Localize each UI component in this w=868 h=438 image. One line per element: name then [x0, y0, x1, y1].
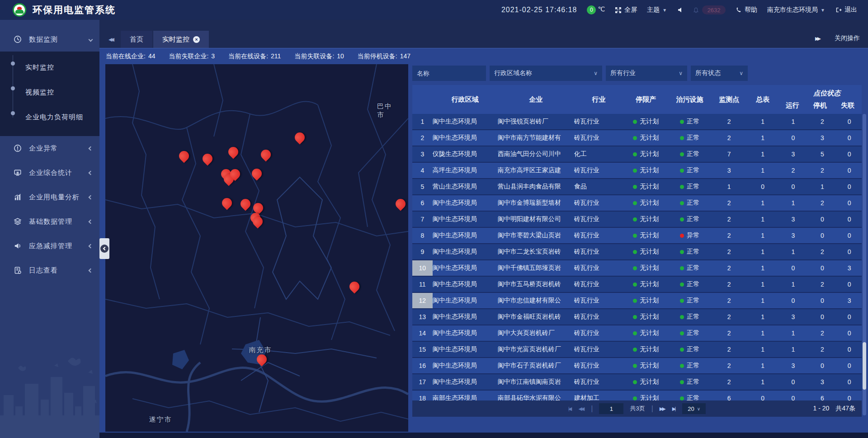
table-row[interactable]: 14阆中生态环境局阆中大兴页岩机砖厂砖瓦行业无计划正常21120	[412, 325, 862, 342]
row-index: 2	[412, 130, 433, 146]
help-button[interactable]: 帮助	[736, 6, 757, 14]
table-row[interactable]: 2阆中生态环境局阆中市南方节能建材有砖瓦行业无计划正常21030	[412, 130, 862, 146]
table-row[interactable]: 3仪陇生态环境局西南油气田分公司川中化工无计划正常71350	[412, 146, 862, 163]
sidebar-submenu: 实时监控视频监控企业电力负荷明细	[0, 52, 99, 136]
table-row[interactable]: 7阆中生态环境局阆中明阳建材有限公司砖瓦行业无计划正常21300	[412, 212, 862, 228]
table-row[interactable]: 9阆中生态环境局阆中市二龙长宝页岩砖砖瓦行业无计划正常21120	[412, 244, 862, 260]
cell-industry: 砖瓦行业	[574, 166, 599, 174]
caret-down-icon: ▼	[662, 8, 667, 13]
cell-region: 阆中生态环境局	[433, 297, 477, 304]
tabs-scroll-left-icon[interactable]: ◀◀	[108, 37, 113, 42]
industry-select[interactable]: 所有行业 ∨	[606, 66, 687, 81]
tab-realtime-monitor[interactable]: 实时监控 ×	[153, 31, 209, 48]
cell-run: 1	[791, 330, 795, 337]
app-title: 环保用电监管系统	[33, 4, 116, 16]
tab-home[interactable]: 首页	[121, 31, 152, 48]
scrollbar-thumb[interactable]	[863, 342, 866, 390]
map-panel[interactable]: 巴中市南充市遂宁市	[105, 64, 408, 432]
cell-production: 无计划	[640, 199, 659, 207]
theme-menu[interactable]: 主题 ▼	[647, 6, 667, 14]
page-size-select[interactable]: 20 ∨	[682, 403, 706, 414]
region-select[interactable]: 行政区域名称 ∨	[490, 66, 602, 81]
sidebar-item-0[interactable]: 数据监测	[0, 27, 99, 52]
first-page-icon[interactable]: |◀	[568, 406, 572, 412]
next-page-icon[interactable]: ▶▶	[660, 406, 666, 412]
cell-production: 无计划	[640, 183, 659, 191]
pagination-bar: |◀ ◀◀ | 1 共3页 | ▶▶ ▶| 20 ∨ 1 - 20 共47条	[412, 400, 862, 417]
row-index: 8	[412, 228, 433, 243]
chevron-down-icon: ∨	[697, 406, 700, 411]
panel-collapse-button[interactable]	[99, 238, 109, 259]
cell-region: 阆中生态环境局	[433, 118, 477, 125]
status-dot-icon	[633, 169, 637, 173]
organization-menu[interactable]: 南充市生态环境局 ▼	[767, 6, 825, 14]
cell-region: 阆中生态环境局	[433, 378, 477, 385]
table-row[interactable]: 15阆中生态环境局阆中市光富页岩机砖厂砖瓦行业无计划正常21120	[412, 342, 862, 358]
sidebar-subitem-0-1[interactable]: 视频监控	[0, 80, 99, 105]
notifications[interactable]: 2632	[693, 5, 726, 14]
cell-company: 南充市高坪区王家店建	[498, 166, 561, 174]
table-scrollbar[interactable]	[863, 114, 866, 415]
tabs-scroll-right-icon[interactable]: ▶▶	[815, 36, 821, 42]
table-row[interactable]: 17阆中生态环境局阆中市江南镇阆南页岩砖瓦行业无计划正常21030	[412, 374, 862, 391]
cell-offline: 0	[848, 199, 851, 207]
page-number-input[interactable]: 1	[599, 403, 623, 414]
status-dot-icon	[680, 283, 684, 287]
table-row[interactable]: 16阆中生态环境局阆中市石子页岩机砖厂砖瓦行业无计划正常21300	[412, 358, 862, 374]
cell-monitor: 2	[727, 330, 731, 337]
col-monitor: 监测点	[711, 85, 747, 114]
cell-meter: 1	[761, 346, 764, 353]
table-row[interactable]: 5营山生态环境局营山县润丰肉食品有限食品无计划正常10010	[412, 179, 862, 195]
table-row[interactable]: 10阆中生态环境局阆中千佛镇五郎垭页岩砖瓦行业无计划正常21003	[412, 260, 862, 277]
fullscreen-button[interactable]: 全屏	[615, 6, 637, 14]
sidebar-item-5[interactable]: 应急减排管理	[0, 234, 99, 258]
mute-button[interactable]	[677, 7, 683, 13]
cell-company: 阆中市金福旺页岩机砖	[498, 313, 561, 320]
status-dot-icon	[680, 136, 684, 140]
cell-company: 阆中市枣碧大梁山页岩	[498, 231, 561, 239]
status-dot-icon	[633, 315, 637, 319]
table-row[interactable]: 1阆中生态环境局阆中强锐页岩砖厂砖瓦行业无计划正常21120	[412, 114, 862, 130]
cell-run: 0	[791, 134, 795, 141]
sidebar-subitem-0-0[interactable]: 实时监控	[0, 55, 99, 80]
cell-offline: 0	[848, 362, 851, 369]
cell-industry: 砖瓦行业	[574, 248, 599, 255]
app-logo-icon	[13, 3, 26, 17]
status-dot-icon	[633, 283, 637, 287]
table-row[interactable]: 12阆中生态环境局阆中市忠信建材有限公砖瓦行业无计划正常21003	[412, 293, 862, 309]
content-area: 巴中市南充市遂宁市 行政区域名称 ∨ 所有行业 ∨ 所有状态 ∨ 行政区域 企业	[99, 64, 868, 433]
cell-region: 南部生态环境局	[433, 394, 477, 400]
stat-offline-devices: 当前失联设备:10	[294, 52, 344, 61]
logout-button[interactable]: 退出	[835, 6, 857, 14]
status-select[interactable]: 所有状态 ∨	[691, 66, 748, 81]
cell-monitor: 2	[727, 281, 731, 288]
table-row[interactable]: 4高坪生态环境局南充市高坪区王家店建砖瓦行业无计划正常31220	[412, 163, 862, 179]
stats-bar: 当前在线企业:44 当前失联企业:3 当前在线设备:211 当前失联设备:10 …	[99, 48, 868, 64]
stat-stopped-devices: 当前停机设备:147	[358, 52, 410, 61]
sidebar-item-2[interactable]: 企业综合统计	[0, 160, 99, 185]
table-row[interactable]: 6阆中生态环境局阆中市金博瑞新型墙材砖瓦行业无计划正常21120	[412, 195, 862, 212]
cell-industry: 化工	[574, 150, 587, 157]
tab-close-icon[interactable]: ×	[193, 36, 200, 43]
table-row[interactable]: 18南部生态环境局南部县砳华水泥有限公建材加工无计划正常60060	[412, 391, 862, 400]
table-row[interactable]: 13阆中生态环境局阆中市金福旺页岩机砖砖瓦行业无计划正常21300	[412, 309, 862, 325]
table-row[interactable]: 11阆中生态环境局阆中市五马桥页岩机砖砖瓦行业无计划正常21120	[412, 277, 862, 293]
sidebar-item-6[interactable]: 日志查看	[0, 258, 99, 283]
name-search-input[interactable]	[412, 66, 486, 81]
close-operations-button[interactable]: 关闭操作	[835, 34, 860, 42]
sidebar-item-4[interactable]: 基础数据管理	[0, 209, 99, 234]
prev-page-icon[interactable]: ◀◀	[578, 406, 585, 412]
sidebar-subitem-0-2[interactable]: 企业电力负荷明细	[0, 105, 99, 130]
status-dot-icon	[680, 315, 684, 319]
bottom-edge	[0, 433, 868, 438]
status-dot-icon	[680, 266, 684, 270]
cell-stop: 0	[821, 313, 824, 320]
table-row[interactable]: 8阆中生态环境局阆中市枣碧大梁山页岩砖瓦行业无计划异常21300	[412, 228, 862, 244]
sidebar-item-label: 数据监测	[29, 35, 89, 44]
sidebar-item-3[interactable]: 企业用电量分析	[0, 185, 99, 209]
cell-stop: 5	[821, 151, 824, 158]
point-status-label: 点位状态	[778, 89, 862, 98]
sidebar-item-1[interactable]: 企业异常	[0, 136, 99, 160]
last-page-icon[interactable]: ▶|	[672, 406, 676, 412]
cell-monitor: 1	[727, 183, 731, 190]
